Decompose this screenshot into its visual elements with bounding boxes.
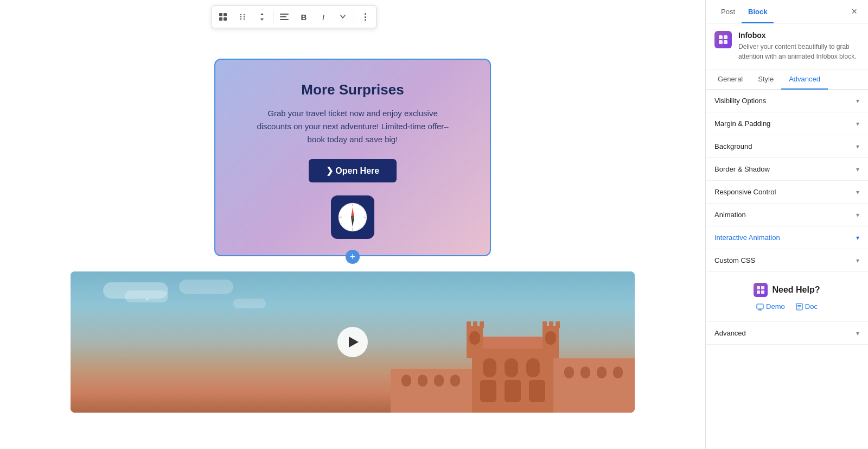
star-dot <box>146 299 148 300</box>
svg-rect-52 <box>450 375 460 387</box>
svg-rect-55 <box>597 366 607 378</box>
svg-rect-36 <box>469 331 480 345</box>
svg-rect-56 <box>613 366 623 378</box>
background-label: Background <box>714 142 752 150</box>
right-panel: Post Block × Infobox Deliver your conten… <box>705 0 868 449</box>
svg-rect-43 <box>556 321 560 328</box>
background-header[interactable]: Background ▾ <box>706 135 868 157</box>
svg-rect-49 <box>401 375 411 387</box>
doc-label: Doc <box>805 302 818 311</box>
sub-tab-advanced[interactable]: Advanced <box>781 69 828 90</box>
svg-rect-42 <box>549 321 553 328</box>
block-type-icon <box>714 31 732 48</box>
svg-point-28 <box>351 216 354 219</box>
add-block-button[interactable]: + <box>346 250 360 264</box>
svg-rect-30 <box>483 358 496 377</box>
demo-link[interactable]: Demo <box>756 302 785 311</box>
need-help-icon <box>754 283 768 297</box>
svg-rect-46 <box>529 380 545 402</box>
svg-rect-64 <box>761 290 764 294</box>
advanced-bottom-header[interactable]: Advanced ▾ <box>706 322 868 344</box>
block-type-button[interactable] <box>213 7 233 27</box>
infobox-block-icon <box>718 35 728 45</box>
svg-rect-33 <box>477 337 548 349</box>
interactive-animation-header[interactable]: Interactive Animation ▾ <box>706 226 868 249</box>
custom-css-header[interactable]: Custom CSS ▾ <box>706 249 868 271</box>
accordion-visibility: Visibility Options ▾ <box>706 90 868 112</box>
italic-button[interactable]: I <box>314 7 333 27</box>
accordion-background: Background ▾ <box>706 135 868 158</box>
infobox-open-button[interactable]: ❯ Open Here <box>309 159 397 182</box>
svg-rect-11 <box>280 16 286 17</box>
doc-link[interactable]: Doc <box>796 302 818 311</box>
block-type-icon <box>219 12 227 21</box>
block-description: Deliver your content beautifully to grab… <box>738 42 859 61</box>
more-rich-button[interactable] <box>333 7 353 27</box>
panel-tabs: Post Block × <box>706 0 868 23</box>
svg-point-5 <box>244 14 245 15</box>
drag-handle-button[interactable] <box>233 7 252 27</box>
svg-rect-47 <box>391 369 472 413</box>
toolbar-divider-1 <box>273 10 273 23</box>
block-name: Infobox <box>738 31 859 40</box>
svg-point-9 <box>244 18 245 20</box>
animation-header[interactable]: Animation ▾ <box>706 204 868 226</box>
accordion-advanced-bottom: Advanced ▾ <box>706 322 868 345</box>
svg-rect-3 <box>224 17 227 21</box>
tab-block[interactable]: Block <box>742 0 774 23</box>
accordion-interactive: Interactive Animation ▾ <box>706 226 868 249</box>
options-button[interactable]: ⋮ <box>355 7 375 27</box>
tab-post[interactable]: Post <box>714 0 742 23</box>
align-button[interactable] <box>275 7 294 27</box>
play-icon <box>349 337 359 347</box>
infobox-compass-wrap <box>331 195 374 239</box>
animation-chevron-icon: ▾ <box>856 211 859 219</box>
visibility-options-header[interactable]: Visibility Options ▾ <box>706 90 868 112</box>
bold-icon: B <box>301 12 307 22</box>
svg-rect-44 <box>480 380 496 402</box>
visibility-chevron-icon: ▾ <box>856 97 859 105</box>
sub-tab-general[interactable]: General <box>710 69 750 90</box>
panel-close-button[interactable]: × <box>849 0 859 23</box>
chevron-down-icon <box>340 15 346 19</box>
editor-area: B I ⋮ More Surprises Grab your travel ti… <box>0 0 705 449</box>
move-updown-icon <box>258 12 266 21</box>
options-icon: ⋮ <box>361 12 369 22</box>
svg-rect-61 <box>757 286 760 289</box>
demo-icon <box>756 303 764 311</box>
interactive-animation-label: Interactive Animation <box>714 233 780 242</box>
svg-rect-58 <box>724 35 727 39</box>
svg-rect-41 <box>542 321 547 328</box>
svg-rect-57 <box>719 35 723 39</box>
svg-rect-62 <box>761 286 764 289</box>
need-help-section: Need Help? Demo Doc <box>706 272 868 322</box>
svg-rect-59 <box>719 40 723 44</box>
margin-padding-header[interactable]: Margin & Padding ▾ <box>706 112 868 135</box>
border-shadow-header[interactable]: Border & Shadow ▾ <box>706 158 868 180</box>
drag-icon <box>239 13 246 21</box>
responsive-control-header[interactable]: Responsive Control ▾ <box>706 181 868 203</box>
infobox-block: More Surprises Grab your travel ticket n… <box>214 59 491 256</box>
svg-point-8 <box>240 18 241 20</box>
sub-tabs: General Style Advanced <box>706 69 868 90</box>
need-help-text: Need Help? <box>772 285 820 295</box>
responsive-control-label: Responsive Control <box>714 188 776 196</box>
border-shadow-label: Border & Shadow <box>714 165 770 173</box>
svg-rect-51 <box>434 375 444 387</box>
advanced-bottom-label: Advanced <box>714 329 746 337</box>
accordion-responsive: Responsive Control ▾ <box>706 181 868 204</box>
svg-rect-50 <box>418 375 427 387</box>
svg-rect-38 <box>467 321 471 328</box>
svg-rect-31 <box>505 358 518 377</box>
bold-button[interactable]: B <box>294 7 314 27</box>
interactive-chevron-icon: ▾ <box>856 234 859 242</box>
accordion-border: Border & Shadow ▾ <box>706 158 868 181</box>
move-updown-button[interactable] <box>252 7 272 27</box>
video-play-button[interactable] <box>337 327 368 357</box>
border-chevron-icon: ▾ <box>856 166 859 173</box>
align-icon <box>280 13 289 21</box>
svg-point-7 <box>244 16 245 17</box>
sub-tab-style[interactable]: Style <box>750 69 781 90</box>
margin-chevron-icon: ▾ <box>856 120 859 128</box>
svg-rect-1 <box>224 13 227 16</box>
